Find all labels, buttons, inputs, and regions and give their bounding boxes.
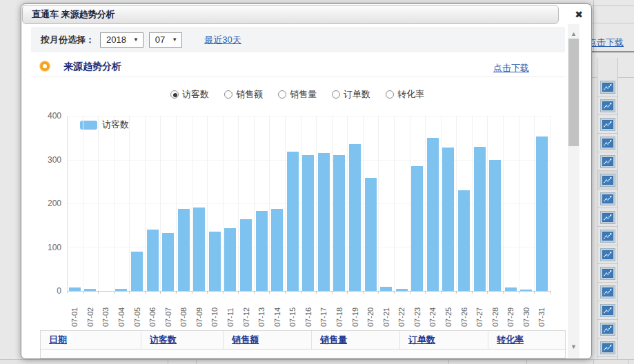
- bg-download-link[interactable]: 点击下载: [588, 37, 624, 49]
- table-row: [41, 350, 565, 358]
- section-header: 来源趋势分析 点击下载: [31, 58, 565, 77]
- chart-bar-07-12: [240, 219, 252, 291]
- gridline: [456, 116, 457, 291]
- x-axis-tick-label: 07-26: [460, 296, 468, 327]
- legend-label: 访客数: [102, 119, 129, 131]
- bg-table-border: [628, 360, 628, 364]
- download-link[interactable]: 点击下载: [493, 62, 529, 74]
- trend-chart-icon[interactable]: [600, 174, 615, 187]
- sort-link[interactable]: 访客数: [150, 334, 177, 346]
- year-select-value: 2018: [106, 34, 126, 45]
- trend-chart-icon[interactable]: [600, 267, 615, 280]
- radio-icon[interactable]: [224, 90, 232, 99]
- bg-table-row: [597, 320, 617, 338]
- trend-analysis-modal: 直通车 来源趋势分析 ✖ 按月份选择： 2018 ▼ 07 ▼ 最近30天 来源…: [21, 3, 592, 359]
- bg-table-row: [597, 152, 617, 171]
- metric-radio-1[interactable]: 访客数: [170, 88, 209, 101]
- bg-trend-icon-column: [597, 58, 618, 364]
- x-axis-tick-label: 07-23: [413, 296, 422, 327]
- trend-chart-icon[interactable]: [600, 211, 615, 224]
- scroll-down-icon[interactable]: ▼: [568, 343, 579, 351]
- x-axis-tick-label: 07-17: [319, 296, 328, 327]
- sort-link[interactable]: 销售额: [232, 334, 259, 346]
- trend-chart-icon[interactable]: [600, 341, 615, 354]
- radio-icon[interactable]: [278, 90, 286, 99]
- metric-radio-2[interactable]: 销售额: [224, 88, 263, 101]
- chart-bar-07-25: [442, 148, 454, 291]
- sort-link[interactable]: 销售量: [320, 334, 347, 346]
- chart-bar-07-31: [536, 136, 548, 291]
- bg-table-row: [597, 338, 617, 357]
- bg-table-row: [597, 208, 617, 227]
- gridline: [83, 116, 83, 291]
- last-30-days-link[interactable]: 最近30天: [204, 34, 241, 46]
- chevron-down-icon: ▼: [133, 37, 139, 43]
- gridline: [503, 116, 504, 291]
- x-axis-tick-label: 07-11: [226, 296, 235, 327]
- radio-icon[interactable]: [386, 90, 394, 99]
- trend-chart-icon[interactable]: [600, 192, 615, 205]
- y-axis-tick-label: 0: [41, 286, 61, 296]
- metric-radio-5[interactable]: 转化率: [386, 88, 424, 101]
- chart-bar-07-27: [474, 147, 486, 291]
- gridline: [378, 116, 379, 291]
- trend-chart-icon[interactable]: [600, 155, 615, 168]
- sort-link[interactable]: 转化率: [497, 334, 524, 346]
- chart-bar-07-04: [115, 289, 127, 291]
- close-icon[interactable]: ✖: [575, 10, 583, 19]
- sort-link[interactable]: 订单数: [408, 334, 435, 346]
- trend-chart-icon[interactable]: [600, 99, 615, 112]
- chart-bar-07-28: [489, 160, 501, 291]
- metric-radio-group: 访客数销售额销售量订单数转化率: [49, 88, 546, 101]
- table-header-6: 转化率: [488, 331, 565, 349]
- metric-radio-label: 访客数: [182, 88, 209, 101]
- scroll-up-icon[interactable]: ▲: [568, 30, 579, 38]
- y-axis-tick-label: 300: [41, 155, 61, 165]
- metric-radio-4[interactable]: 订单数: [332, 88, 370, 101]
- table-header-3: 销售额: [224, 331, 312, 349]
- chart-bar-07-01: [69, 287, 81, 291]
- chart-bar-07-15: [287, 152, 299, 291]
- x-axis-tick-label: 07-29: [506, 296, 515, 327]
- trend-chart-icon[interactable]: [600, 248, 615, 261]
- scrollbar-thumb[interactable]: [568, 39, 579, 146]
- modal-scrollbar[interactable]: ▲ ▼: [568, 24, 579, 358]
- metric-radio-3[interactable]: 销售量: [278, 88, 317, 101]
- orange-bullet-icon: [40, 61, 50, 71]
- bg-table-border: [168, 360, 168, 364]
- gridline: [192, 116, 192, 291]
- gridline: [160, 116, 161, 291]
- bg-table-row: [597, 78, 617, 97]
- radio-icon[interactable]: [332, 90, 340, 99]
- month-select[interactable]: 07 ▼: [149, 32, 182, 48]
- x-axis-tick-label: 07-25: [444, 296, 453, 327]
- gridline: [98, 116, 99, 291]
- trend-chart-icon[interactable]: [600, 304, 615, 317]
- x-axis-tick-label: 07-22: [397, 296, 406, 327]
- trend-chart-icon[interactable]: [600, 285, 615, 299]
- chart-bar-07-23: [411, 166, 423, 291]
- y-axis-tick-label: 400: [41, 111, 61, 121]
- trend-data-table: 日期访客数销售额销售量订单数转化率: [40, 330, 566, 358]
- trend-chart-icon[interactable]: [600, 81, 615, 94]
- trend-chart-icon[interactable]: [600, 323, 615, 336]
- radio-selected-icon[interactable]: [170, 90, 179, 99]
- bg-bottom-table-strip: [0, 359, 634, 364]
- year-select[interactable]: 2018 ▼: [100, 32, 143, 48]
- sort-link[interactable]: 日期: [49, 334, 67, 346]
- trend-chart-icon[interactable]: [600, 118, 615, 131]
- x-axis-tick-label: 07-01: [70, 296, 79, 327]
- chart-bar-07-10: [209, 232, 221, 291]
- gridline: [519, 116, 519, 291]
- trend-chart-icon[interactable]: [600, 136, 615, 150]
- section-title: 来源趋势分析: [63, 61, 121, 73]
- trend-chart-icon[interactable]: [600, 230, 615, 243]
- chart-bar-07-05: [131, 252, 143, 291]
- bg-table-row: [597, 115, 617, 134]
- chart-bar-07-14: [271, 209, 283, 291]
- bg-table-row: [597, 97, 617, 115]
- gridline: [487, 116, 488, 291]
- x-axis-tick-label: 07-04: [117, 296, 126, 327]
- chevron-down-icon: ▼: [172, 37, 177, 43]
- x-axis-tick-label: 07-20: [366, 296, 375, 327]
